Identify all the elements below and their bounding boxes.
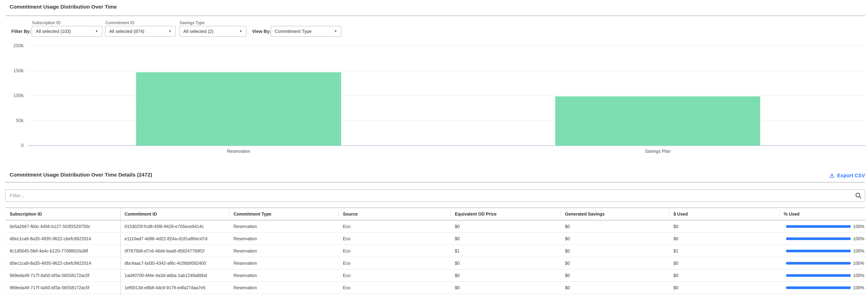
cell-source: Eco (339, 261, 451, 266)
cell-subscription-id: 969eda49-717f-4a50-bf3a-56558172ac5f (5, 273, 120, 278)
cell-dollar-used: $0 (669, 224, 779, 229)
table-row: 969eda49-717f-4a50-bf3a-56558172ac5f1ef0… (5, 282, 865, 294)
section-divider (5, 16, 865, 16)
commitment-id-dropdown-label: Commitment ID (105, 20, 134, 25)
cell-subscription-id: 969eda49-717f-4a50-bf3a-56558172ac5f (5, 285, 120, 290)
bar-savings-plan[interactable] (555, 96, 760, 146)
pct-used-progress-bar (786, 250, 851, 252)
column-header-source[interactable]: Source (339, 208, 451, 220)
pct-used-value: 100% (853, 224, 864, 229)
cell-pct-used: 100% (779, 224, 865, 229)
y-axis-tick-label: 150k (4, 68, 24, 73)
cell-commitment-type: Reservation (229, 248, 339, 254)
chart-section-title: Commitment Usage Distribution Over Time (10, 4, 117, 10)
cell-pct-used: 100% (779, 273, 865, 278)
pct-used-progress-bar (786, 274, 851, 277)
cell-commitment-id: 0153025f-fcd8-45f6-9429-e705ece9414c (120, 224, 229, 229)
chevron-down-icon: ▼ (334, 30, 337, 33)
cell-equivalent-od-price: $0 (451, 236, 561, 241)
cell-pct-used: 100% (779, 285, 865, 290)
filter-by-label: Filter By: (11, 29, 31, 34)
y-axis-tick-label: 0 (4, 143, 24, 148)
cell-generated-savings: $0 (561, 236, 669, 241)
table-body: 0e5a2667-fb0c-4456-b127-503f2529750c0153… (5, 220, 865, 294)
cell-source: Eco (339, 285, 451, 290)
column-header--used[interactable]: % Used (779, 208, 865, 220)
subscription-id-dropdown[interactable]: All selected (103) ▼ (32, 26, 102, 37)
details-section-title: Commitment Usage Distribution Over Time … (10, 172, 152, 178)
cell-dollar-used: $0 (669, 285, 779, 290)
table-header-row: Subscription IDCommitment IDCommitment T… (5, 208, 865, 220)
pct-used-progress-bar (786, 262, 851, 265)
cell-generated-savings: $0 (561, 224, 669, 229)
commitment-id-dropdown[interactable]: All selected (874) ▼ (105, 26, 176, 37)
column-header--used[interactable]: $ Used (669, 208, 779, 220)
cell-commitment-id: 0f7875b8-d7c6-46d4-baa8-d58247769f1f (120, 248, 229, 254)
pct-used-value: 100% (853, 273, 864, 278)
cell-commitment-type: Reservation (229, 285, 339, 290)
column-header-equivalent-od-price[interactable]: Equivalent OD Price (451, 208, 561, 220)
view-by-dropdown[interactable]: Commitment Type ▼ (271, 26, 341, 37)
cell-dollar-used: $1 (669, 248, 779, 254)
cell-dollar-used: $0 (669, 261, 779, 266)
pct-used-value: 100% (853, 248, 864, 254)
pct-used-value: 100% (853, 285, 864, 290)
cell-commitment-id: 1ad40700-6f4e-4a3d-abba-1ab1249a86bd (120, 273, 229, 278)
y-axis-tick-label: 100k (4, 93, 24, 98)
view-by-label: View By: (252, 29, 271, 34)
table-row: 969eda49-717f-4a50-bf3a-56558172ac5f1ad4… (5, 269, 865, 282)
pct-used-value: 100% (853, 236, 864, 241)
cell-source: Eco (339, 273, 451, 278)
savings-type-dropdown-label: Savings Type (180, 20, 205, 25)
cell-equivalent-od-price: $0 (451, 224, 561, 229)
section-divider (5, 182, 865, 183)
search-icon (855, 192, 862, 200)
cell-generated-savings: $0 (561, 261, 669, 266)
cell-pct-used: 100% (779, 261, 865, 266)
cell-generated-savings: $0 (561, 273, 669, 278)
cell-equivalent-od-price: $0 (451, 285, 561, 290)
column-header-commitment-id[interactable]: Commitment ID (120, 208, 229, 220)
table-row: 0e5a2667-fb0c-4456-b127-503f2529750c0153… (5, 220, 865, 233)
cell-source: Eco (339, 248, 451, 254)
chart-gridline (28, 46, 866, 46)
cell-source: Eco (339, 236, 451, 241)
cell-subscription-id: d0ec1ca8-8a35-4935-9622-cbefc9922014 (5, 261, 120, 266)
column-header-commitment-type[interactable]: Commitment Type (229, 208, 339, 220)
cell-commitment-type: Reservation (229, 261, 339, 266)
x-axis-label: Reservation (186, 149, 291, 154)
cell-pct-used: 100% (779, 236, 865, 241)
chevron-down-icon: ▼ (95, 30, 98, 33)
cell-commitment-id: dbc4aac7-bd35-4342-af6c-4c56b9582400 (120, 261, 229, 266)
pct-used-progress-bar (786, 287, 851, 289)
cell-subscription-id: d0ec1ca8-8a35-4935-9622-cbefc9922014 (5, 236, 120, 241)
column-header-subscription-id[interactable]: Subscription ID (5, 208, 120, 220)
pct-used-progress-bar (786, 225, 851, 228)
table-row: d0ec1ca8-8a35-4935-9622-cbefc9922014e111… (5, 233, 865, 245)
cell-equivalent-od-price: $1 (451, 248, 561, 254)
cell-dollar-used: $0 (669, 273, 779, 278)
cell-source: Eco (339, 224, 451, 229)
cell-commitment-type: Reservation (229, 273, 339, 278)
cell-pct-used: 100% (779, 248, 865, 254)
table-filter (5, 189, 865, 202)
cell-equivalent-od-price: $0 (451, 261, 561, 266)
commitment-usage-dashboard: Commitment Usage Distribution Over Time … (0, 0, 868, 295)
column-header-generated-savings[interactable]: Generated Savings (561, 208, 669, 220)
cell-generated-savings: $0 (561, 285, 669, 290)
subscription-id-dropdown-label: Subscription ID (32, 20, 61, 25)
export-csv-link[interactable]: Export CSV (829, 173, 865, 178)
chevron-down-icon: ▼ (168, 30, 172, 33)
pct-used-progress-bar (786, 237, 851, 240)
savings-type-dropdown[interactable]: All selected (2) ▼ (179, 26, 246, 37)
cell-subscription-id: 0e5a2667-fb0c-4456-b127-503f2529750c (5, 224, 120, 229)
table-filter-input[interactable] (5, 189, 865, 202)
details-table: Subscription IDCommitment IDCommitment T… (5, 208, 865, 294)
bar-reservation[interactable] (136, 72, 341, 146)
pinned-column-divider (120, 208, 121, 295)
download-icon (829, 173, 835, 178)
cell-generated-savings: $0 (561, 248, 669, 254)
cell-subscription-id: 8c1d5645-5fef-4a4c-b120-7708891fa38f (5, 248, 120, 254)
cell-commitment-id: 1ef0013d-e8b8-4dc9-9178-e4fa27daa7e5 (120, 285, 229, 290)
pct-used-value: 100% (853, 261, 864, 266)
